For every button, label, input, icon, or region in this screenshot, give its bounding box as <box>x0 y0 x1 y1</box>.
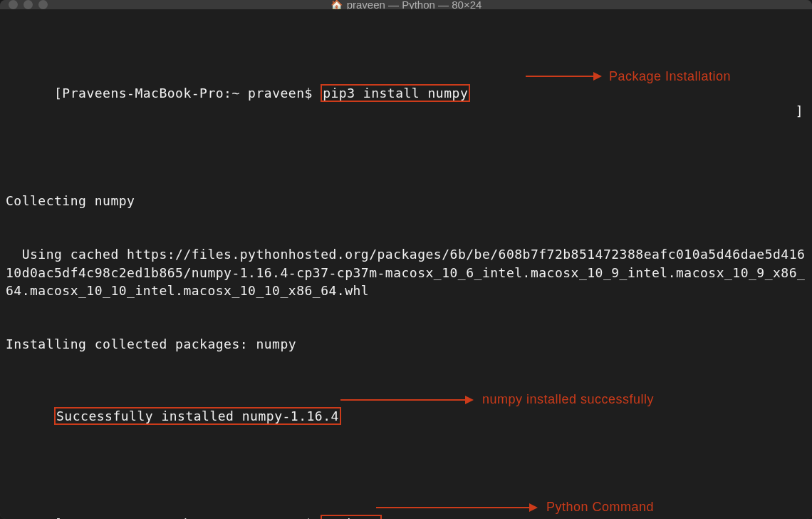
terminal-line: [Praveens-MacBook-Pro:~ praveen$ python3… <box>6 497 806 519</box>
cmd-text: pip3 install numpy <box>323 86 468 101</box>
annotation-package-installation: Package Installation <box>526 68 731 86</box>
prompt: [Praveens-MacBook-Pro:~ praveen$ <box>54 516 321 519</box>
annotation-label: Package Installation <box>609 68 731 86</box>
cmd-text: python3 <box>323 516 379 519</box>
boxed-success: Successfully installed numpy-1.16.4 <box>54 407 341 425</box>
boxed-command: python3 <box>321 515 381 519</box>
titlebar: 🏠 praveen — Python — 80×24 <box>0 0 812 9</box>
terminal-line: Using cached https://files.pythonhosted.… <box>6 245 806 299</box>
terminal-line: Successfully installed numpy-1.16.4 nump… <box>6 389 806 461</box>
right-bracket: ] <box>796 102 803 120</box>
annotation-label: Python Command <box>546 498 654 516</box>
zoom-icon[interactable] <box>38 0 48 9</box>
traffic-lights <box>9 0 48 9</box>
annotation-numpy-installed: numpy installed successfully <box>340 391 654 408</box>
success-text: Successfully installed numpy-1.16.4 <box>56 408 339 423</box>
annotation-python-command: Python Command <box>376 498 654 516</box>
terminal-line: Installing collected packages: numpy <box>6 335 806 353</box>
close-icon[interactable] <box>9 0 18 9</box>
terminal-window: 🏠 praveen — Python — 80×24 [Praveens-Mac… <box>0 0 812 519</box>
prompt: [Praveens-MacBook-Pro:~ praveen$ <box>54 86 321 101</box>
annotation-label: numpy installed successfully <box>482 391 654 408</box>
terminal-line: Collecting numpy <box>6 192 806 210</box>
terminal-body[interactable]: [Praveens-MacBook-Pro:~ praveen$ pip3 in… <box>0 9 812 519</box>
terminal-line: [Praveens-MacBook-Pro:~ praveen$ pip3 in… <box>6 66 806 156</box>
boxed-command: pip3 install numpy <box>321 84 470 102</box>
minimize-icon[interactable] <box>24 0 33 9</box>
